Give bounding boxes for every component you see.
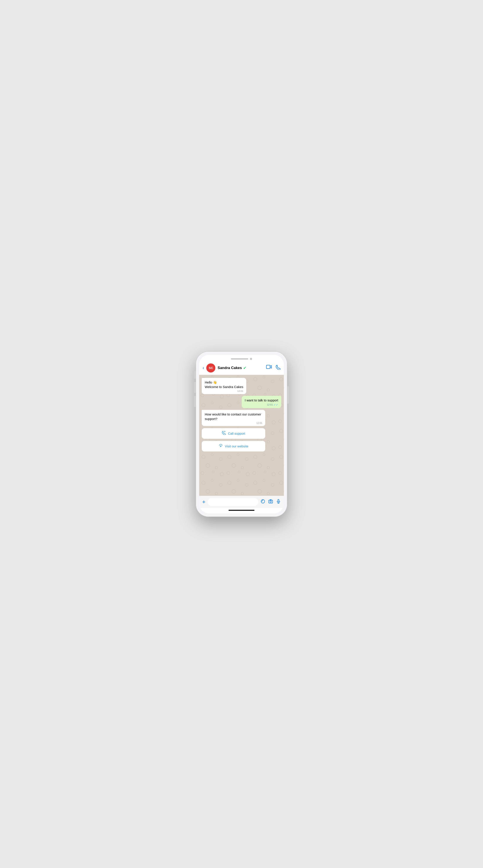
message-time-1: 12:01: [205, 390, 243, 393]
call-support-label: Call support: [228, 432, 245, 435]
visit-website-button[interactable]: Visit our website: [202, 441, 265, 452]
call-support-button[interactable]: Call support: [202, 428, 265, 439]
sticker-button[interactable]: [260, 499, 265, 505]
message-time-3: 12:01: [205, 422, 262, 425]
notch-bar: [199, 355, 284, 362]
message-text-3: How would like to contact our customer s…: [205, 412, 262, 421]
chat-area: Hello 👋 Welcome to Sandra Cakes 12:01 I …: [199, 375, 284, 496]
website-icon: [219, 444, 223, 449]
video-call-icon[interactable]: [266, 365, 272, 371]
message-input[interactable]: [207, 498, 258, 506]
svg-rect-4: [278, 499, 279, 501]
svg-point-3: [270, 501, 271, 502]
notch-pill: [231, 358, 248, 360]
silent-button[interactable]: [194, 371, 196, 379]
contact-name: Sandra Cakes: [218, 366, 242, 370]
verified-icon: ✔: [243, 366, 247, 370]
message-text-2: I want to talk to support: [245, 398, 278, 402]
volume-up-button[interactable]: [194, 382, 196, 393]
message-text-1: Hello 👋 Welcome to Sandra Cakes: [205, 380, 243, 389]
contact-name-area: Sandra Cakes ✔: [218, 366, 264, 370]
chat-header: ‹ SC Sandra Cakes ✔: [199, 362, 284, 375]
home-indicator: [199, 508, 284, 514]
message-received-1: Hello 👋 Welcome to Sandra Cakes 12:01: [202, 378, 246, 394]
back-button[interactable]: ‹: [203, 365, 204, 371]
input-bar: +: [199, 496, 284, 508]
add-attachment-button[interactable]: +: [202, 499, 205, 505]
phone-screen: ‹ SC Sandra Cakes ✔: [199, 355, 284, 514]
avatar: SC: [206, 364, 216, 372]
message-received-2: How would like to contact our customer s…: [202, 410, 265, 426]
volume-down-button[interactable]: [194, 396, 196, 407]
svg-rect-0: [266, 365, 270, 369]
home-pill: [229, 510, 254, 511]
microphone-button[interactable]: [276, 499, 281, 505]
visit-website-label: Visit our website: [225, 444, 248, 448]
call-icon: [222, 431, 226, 436]
phone-frame: ‹ SC Sandra Cakes ✔: [196, 352, 287, 517]
camera-button[interactable]: [268, 499, 273, 505]
phone-call-icon[interactable]: [276, 365, 280, 371]
input-action-buttons: [260, 499, 281, 505]
notch-dot: [250, 358, 252, 360]
header-actions: [266, 365, 280, 371]
read-receipt-icon: ✓✓: [274, 403, 278, 407]
power-button[interactable]: [287, 386, 289, 404]
message-sent-1: I want to talk to support 12:01 ✓✓: [242, 396, 281, 408]
message-time-2: 12:01 ✓✓: [245, 403, 278, 407]
